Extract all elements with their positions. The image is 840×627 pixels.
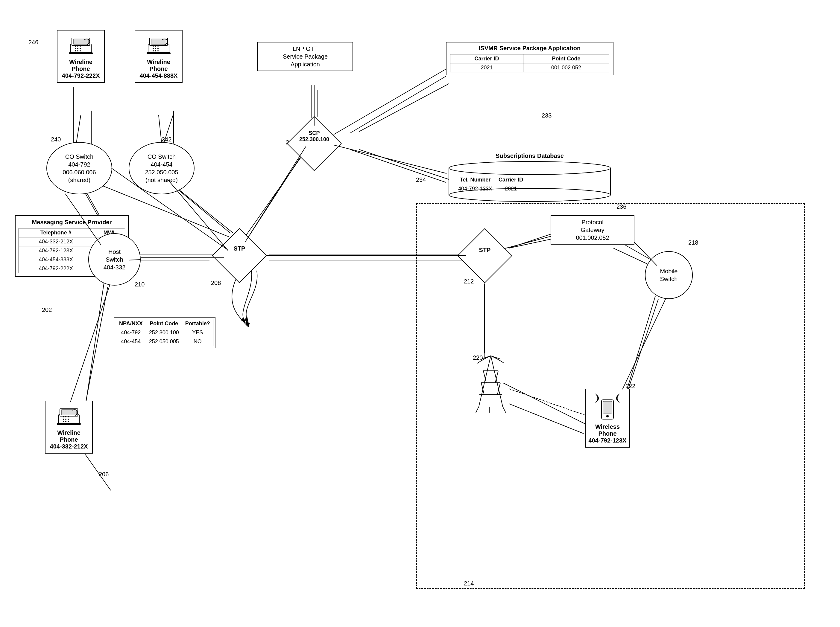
svg-rect-54	[151, 39, 166, 44]
co-switch-242-label: CO Switch404-454252.050.005(not shared)	[145, 153, 178, 184]
ref-206: 206	[99, 471, 109, 478]
svg-point-82	[606, 415, 609, 417]
svg-point-62	[155, 50, 156, 52]
phone-icon-246	[66, 33, 96, 57]
svg-point-47	[80, 48, 81, 49]
scp-230-diamond	[287, 116, 342, 171]
svg-point-94	[68, 421, 69, 422]
mobile-switch-218: MobileSwitch	[645, 251, 693, 299]
svg-point-91	[68, 419, 69, 420]
protocol-gateway-label: ProtocolGateway001.002.052	[555, 218, 630, 242]
stp-lookup-table: NPA/NXXPoint CodePortable? 404-792252.30…	[116, 319, 213, 346]
wireline-phone-246: WirelinePhone404-792-222X	[48, 30, 114, 83]
tower-icon	[470, 353, 512, 413]
isvmr-box: ISVMR Service Package Application Carrie…	[446, 42, 613, 76]
co-switch-240: CO Switch404-792006.060.006(shared)	[46, 142, 112, 194]
svg-rect-64	[147, 52, 171, 54]
svg-line-3	[174, 185, 234, 233]
wireless-222-label: WirelessPhone404-792-123X	[589, 424, 627, 444]
svg-point-50	[80, 50, 81, 52]
ref-246: 246	[28, 39, 38, 46]
svg-rect-51	[69, 52, 93, 54]
svg-line-5	[84, 287, 108, 413]
svg-point-45	[75, 48, 76, 49]
svg-rect-81	[603, 401, 612, 413]
svg-point-59	[155, 48, 156, 49]
scp-230-container: SCP252.300.100	[295, 124, 334, 163]
cell-tower-220	[470, 353, 512, 414]
ref-240: 240	[51, 136, 61, 143]
diagram: 246 244 240 242 200 204 208 210 212 216 …	[0, 0, 840, 627]
scp-230-label: SCP252.300.100	[298, 130, 331, 143]
svg-point-58	[153, 48, 154, 49]
svg-line-77	[476, 406, 479, 413]
svg-line-30	[350, 76, 446, 133]
svg-rect-85	[62, 410, 76, 415]
subscriptions-db-title: Subscriptions Database	[446, 153, 613, 159]
svg-point-61	[153, 50, 154, 52]
co-switch-240-label: CO Switch404-792006.060.006(shared)	[63, 153, 96, 184]
wireless-phone-222: WirelessPhone404-792-123X	[575, 389, 640, 447]
ref-233: 233	[542, 112, 551, 119]
isvmr-title: ISVMR Service Package Application	[450, 45, 609, 52]
svg-rect-95	[57, 423, 81, 425]
svg-line-69	[491, 356, 503, 406]
host-switch-204-label: HostSwitch404-332	[104, 248, 125, 271]
co-switch-242: CO Switch404-454252.050.005(not shared)	[129, 142, 194, 194]
svg-line-103	[70, 284, 110, 402]
svg-point-55	[153, 46, 154, 47]
lnp-gtt-label: LNP GTTService PackageApplication	[262, 45, 349, 68]
svg-point-42	[75, 46, 76, 47]
stp-208-container: STP	[220, 236, 259, 275]
phone-icon-244	[144, 33, 174, 57]
svg-point-93	[65, 421, 66, 422]
svg-point-63	[158, 50, 159, 52]
protocol-gateway-box: ProtocolGateway001.002.052	[551, 215, 635, 244]
svg-line-10	[359, 150, 449, 180]
messaging-provider-title: Messaging Service Provider	[19, 219, 125, 226]
svg-rect-41	[73, 39, 88, 44]
svg-line-78	[503, 406, 506, 413]
svg-line-97	[76, 115, 81, 143]
svg-line-107	[334, 69, 447, 135]
isvmr-table: Carrier IDPoint Code 2021001.002.052	[450, 54, 609, 72]
wireline-206-label: WirelinePhone404-332-212X	[50, 429, 88, 450]
svg-line-26	[85, 278, 105, 406]
svg-point-87	[65, 416, 66, 417]
svg-line-68	[479, 356, 491, 406]
svg-point-86	[63, 416, 64, 417]
phone-icon-206	[54, 404, 84, 428]
svg-line-9	[359, 84, 449, 132]
wireline-phone-244: WirelinePhone404-454-888X	[126, 30, 191, 83]
svg-point-88	[68, 416, 69, 417]
svg-point-49	[77, 50, 78, 52]
ref-234: 234	[416, 176, 426, 183]
svg-point-90	[65, 419, 66, 420]
stp-212-label: STP	[471, 247, 498, 254]
svg-point-92	[63, 421, 64, 422]
stp-212-diamond	[457, 228, 512, 283]
lnp-gtt-box: LNP GTTService PackageApplication	[257, 42, 353, 71]
svg-line-98	[159, 115, 162, 143]
svg-point-60	[158, 48, 159, 49]
svg-point-66	[449, 161, 611, 175]
ref-202: 202	[42, 306, 52, 314]
mobile-switch-label: MobileSwitch	[660, 267, 678, 283]
ref-208: 208	[211, 280, 221, 287]
svg-point-46	[77, 48, 78, 49]
svg-line-108	[334, 145, 447, 173]
stp-208-diamond	[212, 228, 267, 283]
svg-point-56	[155, 46, 156, 47]
wireline-246-label: WirelinePhone404-792-222X	[62, 58, 100, 79]
svg-point-89	[63, 419, 64, 420]
host-switch-204: HostSwitch404-332	[88, 233, 141, 285]
wireless-phone-icon-222	[595, 392, 619, 422]
stp-212-container: STP	[465, 236, 504, 275]
svg-line-31	[350, 150, 446, 183]
stp-lookup-table-container: NPA/NXXPoint CodePortable? 404-792252.30…	[114, 317, 215, 348]
wireline-244-label: WirelinePhone404-454-888X	[140, 58, 178, 79]
ref-210-label: 210	[135, 281, 145, 288]
wireline-phone-206: WirelinePhone404-332-212X	[36, 401, 102, 454]
subscriptions-db-container: Subscriptions Database Tel. NumberCarrie…	[446, 153, 613, 194]
svg-line-7	[245, 156, 302, 236]
